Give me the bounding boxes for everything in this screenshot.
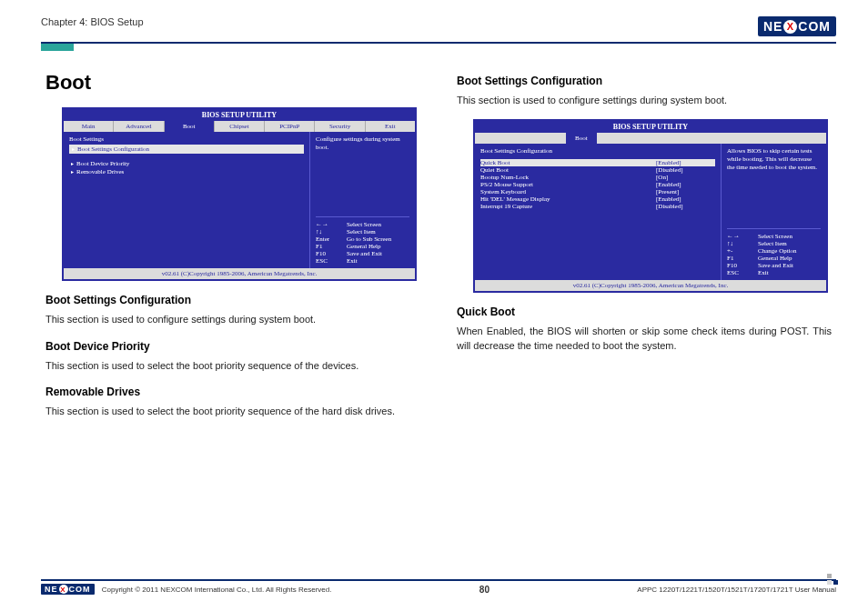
bios-tab-advanced[interactable]: Advanced	[114, 121, 164, 132]
subhead-boot-device-priority: Boot Device Priority	[45, 340, 420, 353]
bios-item[interactable]: ▸Boot Device Priority	[69, 160, 304, 167]
bios-option-row[interactable]: Quiet Boot[Disabled]	[480, 166, 715, 174]
left-column: Boot BIOS SETUP UTILITY MainAdvancedBoot…	[45, 71, 420, 419]
triangle-icon: ▸	[72, 146, 75, 152]
header-rule	[41, 42, 836, 44]
bios-option-row[interactable]: Bootup Num-Lock[On]	[480, 174, 715, 181]
bios-tab-chipset[interactable]: Chipset	[215, 121, 265, 132]
chapter-title: Chapter 4: BIOS Setup	[41, 16, 144, 27]
bios-help-text: Allows BIOS to skip certain tests while …	[727, 147, 821, 172]
bios-option-row[interactable]: Hit 'DEL' Message Display[Enabled]	[480, 195, 715, 203]
logo-text-pre: NE	[763, 19, 782, 34]
key-legend-row: ←→Select Screen	[727, 233, 821, 240]
footer-manual-name: APPC 1220T/1221T/1520T/1521T/1720T/1721T…	[637, 586, 836, 594]
bios-copyright: v02.61 (C)Copyright 1985-2006, American …	[64, 268, 415, 279]
key-legend-row: ↑↓Select Item	[316, 228, 409, 235]
key-legend-row: ESCExit	[316, 257, 409, 265]
triangle-icon: ▸	[71, 169, 74, 175]
bios-window-title: BIOS SETUP UTILITY	[64, 109, 415, 121]
bios-left-pane: Boot Settings Configuration Quick Boot[E…	[475, 144, 722, 280]
page-title: Boot	[45, 71, 420, 95]
bios-key-legend: ←→Select Screen↑↓Select Item+-Change Opt…	[727, 228, 821, 276]
body-text: This section is used to configure settin…	[457, 93, 832, 108]
right-column: Boot Settings Configuration This section…	[457, 71, 832, 419]
bios-item[interactable]: ▸Removable Drives	[69, 168, 304, 175]
bios-screenshot-boot-menu: BIOS SETUP UTILITY MainAdvancedBootChips…	[62, 107, 417, 281]
key-legend-row: ↑↓Select Item	[727, 240, 821, 247]
logo-x-icon: X	[783, 20, 797, 34]
bios-body: Boot Settings Configuration Quick Boot[E…	[475, 144, 826, 280]
footer-left: NE X COM Copyright © 2011 NEXCOM Interna…	[41, 584, 331, 595]
bios-option-row[interactable]: System Keyboard[Present]	[480, 188, 715, 195]
bios-tab-security[interactable]: Security	[315, 121, 365, 132]
footer-rule	[41, 579, 836, 581]
triangle-icon: ▸	[71, 161, 74, 166]
page-footer: NE X COM Copyright © 2011 NEXCOM Interna…	[41, 579, 836, 595]
body-text: This section is used to configure settin…	[45, 312, 420, 327]
body-text: This section is used to select the boot …	[45, 358, 420, 374]
bios-window-title: BIOS SETUP UTILITY	[475, 121, 826, 133]
bios-option-row[interactable]: Interrupt 19 Capture[Disabled]	[480, 203, 715, 210]
bios-section-label: Boot Settings Configuration	[480, 147, 715, 155]
body-text: This section is used to select the boot …	[45, 404, 420, 419]
key-legend-row: F1General Help	[727, 255, 821, 262]
subhead-boot-settings-config-2: Boot Settings Configuration	[457, 75, 832, 87]
bios-tab-boot[interactable]: Boot	[566, 133, 597, 144]
nexcom-logo-small: NE X COM	[41, 584, 95, 595]
bios-body: Boot Settings ▸Boot Settings Configurati…	[64, 132, 415, 268]
subhead-quick-boot: Quick Boot	[457, 306, 832, 318]
key-legend-row: F10Save and Exit	[316, 250, 409, 257]
key-legend-row: EnterGo to Sub Screen	[316, 235, 409, 243]
bios-key-legend: ←→Select Screen↑↓Select ItemEnterGo to S…	[316, 216, 409, 265]
page-number: 80	[479, 585, 490, 595]
bios-tab-main[interactable]: Main	[64, 121, 114, 132]
bios-option-row[interactable]: PS/2 Mouse Support[Enabled]	[480, 181, 715, 188]
bios-item-boot-settings-config[interactable]: ▸Boot Settings Configuration	[69, 145, 304, 154]
footer-copyright: Copyright © 2011 NEXCOM International Co…	[102, 586, 332, 594]
key-legend-row: ESCExit	[727, 269, 821, 276]
body-text: When Enabled, the BIOS will shorten or s…	[457, 324, 832, 354]
key-legend-row: F1General Help	[316, 243, 409, 250]
bios-option-row[interactable]: Quick Boot[Enabled]	[480, 159, 715, 166]
bios-screenshot-boot-settings: BIOS SETUP UTILITY Boot Boot Settings Co…	[473, 119, 828, 293]
bios-tab-bar: MainAdvancedBootChipsetPCIPnPSecurityExi…	[64, 121, 415, 132]
bios-tab-exit[interactable]: Exit	[366, 121, 415, 132]
footer-squares-icon	[825, 574, 838, 586]
bios-tab-boot[interactable]: Boot	[165, 121, 215, 132]
accent-bar	[41, 44, 74, 51]
bios-section-label: Boot Settings	[69, 135, 304, 143]
subhead-removable-drives: Removable Drives	[45, 386, 420, 398]
key-legend-row: +-Change Option	[727, 247, 821, 255]
subhead-boot-settings-config: Boot Settings Configuration	[45, 294, 420, 306]
page-header: Chapter 4: BIOS Setup NE X COM	[0, 0, 868, 36]
content-area: Boot BIOS SETUP UTILITY MainAdvancedBoot…	[0, 51, 868, 419]
nexcom-logo: NE X COM	[758, 16, 836, 36]
logo-text-post: COM	[798, 19, 831, 34]
bios-help-pane: Configure settings during system boot. ←…	[310, 132, 415, 268]
logo-x-icon: X	[59, 585, 68, 594]
bios-left-pane: Boot Settings ▸Boot Settings Configurati…	[64, 132, 310, 268]
bios-tab-bar: Boot	[475, 133, 826, 144]
key-legend-row: ←→Select Screen	[316, 221, 409, 228]
bios-help-pane: Allows BIOS to skip certain tests while …	[722, 144, 826, 280]
bios-help-text: Configure settings during system boot.	[316, 135, 409, 152]
bios-tab-pcipnp[interactable]: PCIPnP	[265, 121, 315, 132]
key-legend-row: F10Save and Exit	[727, 262, 821, 269]
bios-copyright: v02.61 (C)Copyright 1985-2006, American …	[475, 280, 826, 291]
